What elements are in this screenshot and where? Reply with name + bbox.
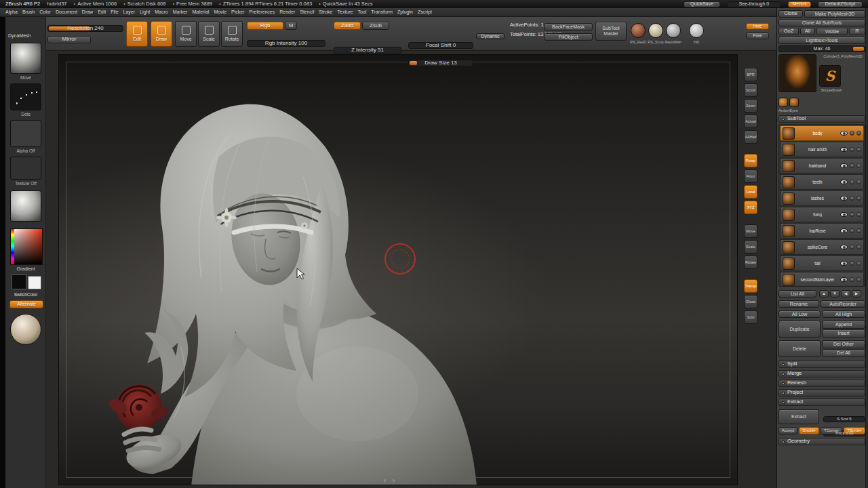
- current-tool-thumbnail[interactable]: [778, 54, 816, 92]
- menu-item[interactable]: Transform: [371, 9, 393, 15]
- goz-visible-button[interactable]: Visible: [816, 28, 848, 35]
- menu-item[interactable]: Marker: [173, 9, 188, 15]
- goz-button[interactable]: GoZ: [778, 28, 799, 35]
- draw-button[interactable]: Draw: [151, 21, 172, 47]
- resolution-slider[interactable]: Resolution 240: [47, 25, 123, 32]
- subtool-row[interactable]: body: [780, 125, 864, 141]
- draw-size-slider[interactable]: Draw Size 13: [408, 60, 473, 66]
- list-all-button[interactable]: List All: [778, 290, 816, 298]
- menu-item[interactable]: Movie: [214, 9, 226, 15]
- subtool-section-header[interactable]: SubTool: [778, 115, 865, 123]
- subtool-row[interactable]: hair a035: [780, 142, 864, 157]
- menu-item[interactable]: Material: [192, 9, 209, 15]
- main-color-swatch[interactable]: [12, 274, 26, 289]
- right-shelf-button[interactable]: Move: [744, 224, 757, 238]
- subtool-options-icon[interactable]: [856, 261, 861, 266]
- current-material-thumbnail[interactable]: [10, 314, 41, 345]
- right-shelf-button[interactable]: Scale: [744, 240, 757, 253]
- visibility-eye-icon[interactable]: [840, 277, 848, 282]
- menu-item[interactable]: Stroke: [319, 9, 332, 15]
- lightbox-tools-button[interactable]: Lightbox>Tools: [778, 37, 865, 44]
- all-high-button[interactable]: All High: [822, 310, 865, 318]
- rgb-intensity-slider[interactable]: Rgb Intensity 100: [247, 40, 326, 47]
- subtool-options-icon[interactable]: [856, 196, 861, 201]
- remesh-section-header[interactable]: Remesh: [778, 380, 865, 387]
- edit-button[interactable]: Edit: [126, 21, 148, 47]
- subtool-row[interactable]: topRose: [780, 223, 864, 239]
- m-button[interactable]: M: [285, 22, 297, 30]
- right-shelf-button[interactable]: Zoom: [744, 99, 757, 113]
- menu-item[interactable]: Stencil: [300, 9, 314, 15]
- material-thumbnail[interactable]: [10, 190, 41, 222]
- right-shelf-button[interactable]: Actual: [744, 115, 757, 128]
- alpha-thumbnail[interactable]: [10, 120, 41, 147]
- material-sphere-gray[interactable]: [666, 23, 681, 38]
- mirror-button[interactable]: Mirror: [47, 36, 91, 43]
- subtool-options-icon[interactable]: [856, 277, 861, 282]
- subtool-row[interactable]: fung: [780, 207, 864, 222]
- subtool-options-icon[interactable]: [856, 180, 861, 184]
- subtool-row[interactable]: teeth: [780, 174, 864, 190]
- ambereyes-thumbnail-2[interactable]: [789, 98, 799, 107]
- double-button[interactable]: Double: [799, 427, 819, 434]
- freeze-button[interactable]: Free: [746, 33, 769, 39]
- switchcolor-label[interactable]: SwitchColor: [7, 292, 45, 297]
- visibility-eye-icon[interactable]: [840, 261, 848, 266]
- visibility-eye-icon[interactable]: [840, 196, 848, 201]
- menu-item[interactable]: Macro: [155, 9, 167, 15]
- subtool-arrow-button[interactable]: ▲: [819, 290, 829, 298]
- menu-item[interactable]: Texture: [337, 9, 353, 15]
- merge-section-header[interactable]: Merge: [778, 370, 865, 378]
- zbrush-s-logo-thumbnail[interactable]: S: [819, 65, 841, 87]
- menu-item[interactable]: File: [111, 9, 118, 15]
- subtool-options-icon[interactable]: [856, 147, 861, 152]
- polypaint-icon[interactable]: [850, 163, 854, 168]
- subtool-row[interactable]: hairband: [780, 158, 864, 174]
- polypaint-icon[interactable]: [850, 131, 854, 136]
- polypaint-icon[interactable]: [850, 147, 854, 152]
- subtool-options-icon[interactable]: [856, 131, 861, 136]
- backfacemask-button[interactable]: BackFaceMask: [544, 23, 593, 30]
- subtool-row[interactable]: lashes: [780, 190, 864, 206]
- scale-button[interactable]: Scale: [198, 21, 220, 47]
- ambereyes-thumbnail-1[interactable]: [778, 98, 788, 107]
- rename-button[interactable]: Rename: [778, 300, 819, 308]
- texture-thumbnail[interactable]: [10, 157, 41, 180]
- right-shelf-button[interactable]: Rotate: [744, 256, 757, 269]
- visibility-eye-icon[interactable]: [840, 147, 848, 152]
- right-shelf-button[interactable]: AAHalf: [744, 130, 757, 144]
- menu-item[interactable]: Zscript: [418, 9, 432, 15]
- menu-item[interactable]: Picker: [231, 9, 244, 15]
- del-other-button[interactable]: Del Other: [822, 340, 865, 348]
- right-shelf-button[interactable]: Persp: [744, 154, 757, 167]
- project-section-header[interactable]: Project: [778, 389, 865, 396]
- delete-button[interactable]: Delete: [778, 340, 821, 357]
- menu-item[interactable]: Document: [56, 9, 77, 15]
- alternate-button[interactable]: Alternate: [9, 300, 43, 308]
- goz-r-button[interactable]: R: [849, 28, 865, 35]
- subtool-options-icon[interactable]: [856, 212, 861, 217]
- extract-section-header[interactable]: Extract: [778, 399, 865, 406]
- polypaint-icon[interactable]: [850, 245, 854, 249]
- polypaint-icon[interactable]: [850, 180, 854, 184]
- menu-item[interactable]: Zplugin: [397, 9, 413, 15]
- material-sphere-z90[interactable]: [689, 23, 704, 38]
- max-slider[interactable]: Max: 46: [778, 45, 865, 52]
- material-sphere-cream[interactable]: [648, 23, 663, 38]
- extract-button[interactable]: Extract: [778, 409, 819, 424]
- subtool-row[interactable]: secondSkinLayer: [780, 272, 864, 287]
- polypaint-icon[interactable]: [850, 196, 854, 201]
- menu-item[interactable]: Tool: [357, 9, 366, 15]
- subtool-arrow-button[interactable]: ◀: [841, 290, 850, 298]
- all-low-button[interactable]: All Low: [778, 310, 821, 318]
- rgb-button[interactable]: Rgb: [247, 22, 283, 30]
- brush-thumbnail[interactable]: [10, 43, 41, 74]
- polypaint-icon[interactable]: [850, 228, 854, 233]
- s-smt-slider[interactable]: S Smt 5: [823, 416, 865, 422]
- goz-all-button[interactable]: All: [800, 28, 815, 35]
- panel-scrollbar[interactable]: [865, 8, 868, 488]
- menu-item[interactable]: Render: [279, 9, 295, 15]
- see-through-slider[interactable]: See-through 0: [727, 1, 781, 7]
- default-zscript-button[interactable]: DefaultZScript: [818, 1, 863, 7]
- make-polymesh3d-button[interactable]: Make PolyMesh3D: [804, 10, 865, 18]
